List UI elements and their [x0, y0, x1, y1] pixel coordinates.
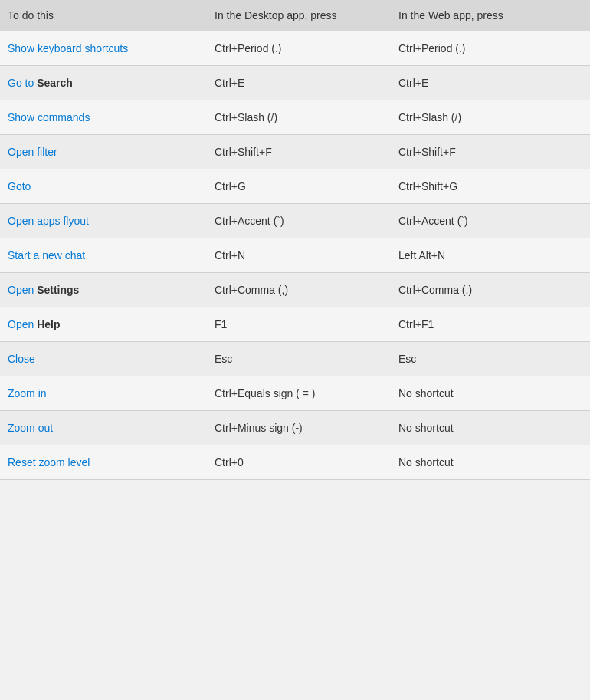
action-cell: Open filter	[0, 135, 207, 169]
action-cell: Open Help	[0, 307, 207, 342]
header-action: To do this	[0, 0, 207, 31]
desktop-shortcut-cell: Ctrl+Accent (`)	[207, 204, 391, 238]
web-shortcut-cell: Ctrl+Shift+G	[391, 169, 590, 204]
action-cell: Open Settings	[0, 273, 207, 307]
web-shortcut-cell: Ctrl+F1	[391, 307, 590, 342]
action-cell: Zoom in	[0, 376, 207, 411]
web-shortcut-cell: Ctrl+E	[391, 66, 590, 100]
web-shortcut-cell: No shortcut	[391, 411, 590, 445]
action-cell: Open apps flyout	[0, 204, 207, 238]
web-shortcut-cell: No shortcut	[391, 376, 590, 411]
action-cell: Close	[0, 342, 207, 376]
table-row: Start a new chatCtrl+NLeft Alt+N	[0, 238, 590, 273]
action-cell: Go to Search	[0, 66, 207, 100]
table-row: Open filterCtrl+Shift+FCtrl+Shift+F	[0, 135, 590, 169]
table-row: Show commandsCtrl+Slash (/)Ctrl+Slash (/…	[0, 100, 590, 135]
desktop-shortcut-cell: Ctrl+G	[207, 169, 391, 204]
table-row: Go to SearchCtrl+ECtrl+E	[0, 66, 590, 100]
web-shortcut-cell: Ctrl+Period (.)	[391, 31, 590, 66]
desktop-shortcut-cell: Ctrl+Minus sign (-)	[207, 411, 391, 445]
desktop-shortcut-cell: Esc	[207, 342, 391, 376]
desktop-shortcut-cell: Ctrl+E	[207, 66, 391, 100]
desktop-shortcut-cell: Ctrl+Period (.)	[207, 31, 391, 66]
desktop-shortcut-cell: Ctrl+Slash (/)	[207, 100, 391, 135]
desktop-shortcut-cell: Ctrl+Comma (,)	[207, 273, 391, 307]
action-cell: Goto	[0, 169, 207, 204]
table-header-row: To do this In the Desktop app, press In …	[0, 0, 590, 31]
desktop-shortcut-cell: Ctrl+Shift+F	[207, 135, 391, 169]
table-row: Open HelpF1Ctrl+F1	[0, 307, 590, 342]
action-cell: Start a new chat	[0, 238, 207, 273]
desktop-shortcut-cell: Ctrl+N	[207, 238, 391, 273]
action-cell: Show keyboard shortcuts	[0, 31, 207, 66]
header-desktop: In the Desktop app, press	[207, 0, 391, 31]
shortcuts-table: To do this In the Desktop app, press In …	[0, 0, 590, 480]
table-row: Show keyboard shortcutsCtrl+Period (.)Ct…	[0, 31, 590, 66]
table-row: CloseEscEsc	[0, 342, 590, 376]
header-web: In the Web app, press	[391, 0, 590, 31]
action-cell: Reset zoom level	[0, 445, 207, 480]
table-row: GotoCtrl+GCtrl+Shift+G	[0, 169, 590, 204]
action-cell: Show commands	[0, 100, 207, 135]
table-row: Zoom outCtrl+Minus sign (-)No shortcut	[0, 411, 590, 445]
table-row: Zoom inCtrl+Equals sign ( = )No shortcut	[0, 376, 590, 411]
web-shortcut-cell: No shortcut	[391, 445, 590, 480]
desktop-shortcut-cell: F1	[207, 307, 391, 342]
web-shortcut-cell: Ctrl+Slash (/)	[391, 100, 590, 135]
table-row: Open apps flyoutCtrl+Accent (`)Ctrl+Acce…	[0, 204, 590, 238]
table-row: Open SettingsCtrl+Comma (,)Ctrl+Comma (,…	[0, 273, 590, 307]
table-row: Reset zoom levelCtrl+0No shortcut	[0, 445, 590, 480]
desktop-shortcut-cell: Ctrl+Equals sign ( = )	[207, 376, 391, 411]
web-shortcut-cell: Ctrl+Comma (,)	[391, 273, 590, 307]
web-shortcut-cell: Ctrl+Accent (`)	[391, 204, 590, 238]
action-cell: Zoom out	[0, 411, 207, 445]
web-shortcut-cell: Left Alt+N	[391, 238, 590, 273]
desktop-shortcut-cell: Ctrl+0	[207, 445, 391, 480]
web-shortcut-cell: Esc	[391, 342, 590, 376]
web-shortcut-cell: Ctrl+Shift+F	[391, 135, 590, 169]
